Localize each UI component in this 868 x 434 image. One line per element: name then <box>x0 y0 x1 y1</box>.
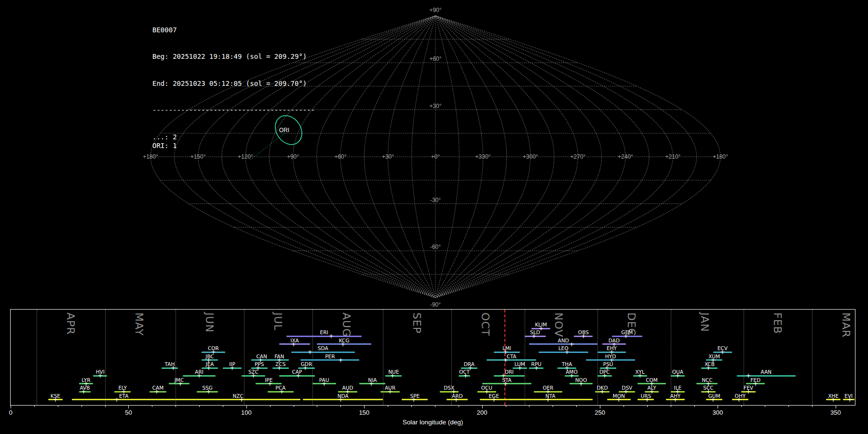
month-label: SEP <box>411 312 423 334</box>
month-gridline <box>525 310 525 405</box>
shower-peak-marker: + <box>545 396 551 403</box>
shower-peak-marker: + <box>600 388 605 394</box>
shower-peak-marker: + <box>534 365 539 371</box>
x-axis-label: Solar longitude (deg) <box>403 419 463 426</box>
shower-peak-marker: + <box>753 380 758 387</box>
shower-peak-marker: + <box>491 396 497 403</box>
month-label: JUL <box>272 312 284 331</box>
shower-peak-marker: + <box>746 388 751 394</box>
shower-bar <box>72 399 176 400</box>
shower-peak-marker: + <box>291 341 296 347</box>
shower-bar <box>487 359 536 361</box>
shower-bar <box>291 352 355 353</box>
shower-peak-marker: + <box>503 380 508 387</box>
minor-tick <box>388 405 388 407</box>
tick-label: 150 <box>359 409 369 416</box>
minor-tick <box>411 405 412 407</box>
minor-tick <box>529 405 529 407</box>
major-tick <box>364 405 365 408</box>
tick-label: 250 <box>595 409 605 416</box>
minor-tick <box>788 405 789 407</box>
minor-tick <box>105 405 106 407</box>
shower-peak-marker: + <box>705 365 711 371</box>
minor-tick <box>694 405 695 407</box>
latitude-label: -90° <box>430 301 441 308</box>
shower-peak-marker: + <box>602 372 607 379</box>
latitude-label: +30° <box>429 103 441 109</box>
month-label: AUG <box>340 312 353 337</box>
count-line: ORI: 1 <box>152 141 315 150</box>
tick-label: 100 <box>241 409 252 416</box>
shower-peak-marker: + <box>322 380 327 387</box>
shower-peak-marker: + <box>411 396 416 403</box>
minor-tick <box>765 405 765 407</box>
minor-tick <box>340 405 341 407</box>
shower-peak-marker: + <box>303 365 308 371</box>
shower-peak-marker: + <box>503 357 508 363</box>
longitude-label: +210° <box>665 153 681 160</box>
shower-peak-marker: + <box>340 341 346 347</box>
minor-tick <box>459 405 459 407</box>
shower-counts: ...: 2ORI: 1 <box>152 133 315 150</box>
major-tick <box>482 405 483 408</box>
longitude-label: +300° <box>523 153 538 160</box>
shower-peak-marker: + <box>114 396 120 403</box>
minor-tick <box>176 405 176 407</box>
minor-tick <box>647 405 648 407</box>
major-tick <box>600 405 600 408</box>
shower-peak-marker: + <box>206 365 211 371</box>
minor-tick <box>624 405 624 407</box>
month-label: FEB <box>772 312 784 334</box>
count-line: ...: 2 <box>152 133 315 141</box>
minor-tick <box>199 405 200 407</box>
month-label: MAY <box>133 312 145 336</box>
shower-peak-marker: + <box>279 388 285 394</box>
shower-peak-marker: + <box>736 396 742 403</box>
minor-tick <box>812 405 813 407</box>
shower-bar <box>529 343 597 345</box>
shower-peak-marker: + <box>338 396 343 403</box>
shower-bar <box>494 375 525 377</box>
latitude-label: +90° <box>429 7 441 14</box>
month-gridline <box>105 310 106 405</box>
shower-peak-marker: + <box>230 365 235 371</box>
shower-peak-marker: + <box>569 372 574 379</box>
shower-peak-marker: + <box>569 341 574 347</box>
shower-peak-marker: + <box>673 396 678 403</box>
shower-code-label: ORI <box>505 369 514 375</box>
shower-bar <box>176 399 300 400</box>
activity-timeline-chart: Solar longitude (deg) APRMAYJUNJULAUGSEP… <box>10 309 855 406</box>
shower-peak-marker: + <box>81 388 86 394</box>
shower-peak-marker: + <box>206 388 211 394</box>
shower-bar <box>286 336 362 337</box>
month-label: NOV <box>553 312 565 337</box>
shower-peak-marker: + <box>831 396 836 403</box>
shower-peak-marker: + <box>564 349 570 355</box>
longitude-label: +330° <box>475 153 491 160</box>
shower-code-label: ERI <box>320 329 328 335</box>
shower-peak-marker: + <box>517 365 522 371</box>
shower-peak-marker: + <box>616 396 622 403</box>
shower-peak-marker: + <box>581 333 586 339</box>
longitude-label: +30° <box>382 153 394 160</box>
month-gridline <box>176 310 176 405</box>
minor-tick <box>576 405 577 407</box>
shower-peak-marker: + <box>579 380 584 387</box>
shower-peak-marker: + <box>637 372 643 379</box>
shower-peak-marker: + <box>178 380 183 387</box>
month-gridline <box>244 310 244 405</box>
month-label: MAR <box>840 312 852 338</box>
longitude-label: +180° <box>713 153 728 160</box>
month-label: OCT <box>479 312 491 336</box>
major-tick <box>836 405 836 408</box>
longitude-label: +240° <box>618 153 633 160</box>
shower-peak-marker: + <box>710 396 716 403</box>
shower-peak-marker: + <box>267 380 272 387</box>
minor-tick <box>81 405 82 407</box>
minor-tick <box>34 405 35 407</box>
minor-tick <box>741 405 742 407</box>
end-time: End: 20251023 05:12:05 (sol = 209.70°) <box>152 79 315 88</box>
separator-line: ---------------------------------------- <box>152 106 315 114</box>
month-gridline <box>812 310 813 405</box>
shower-bar <box>539 352 588 353</box>
